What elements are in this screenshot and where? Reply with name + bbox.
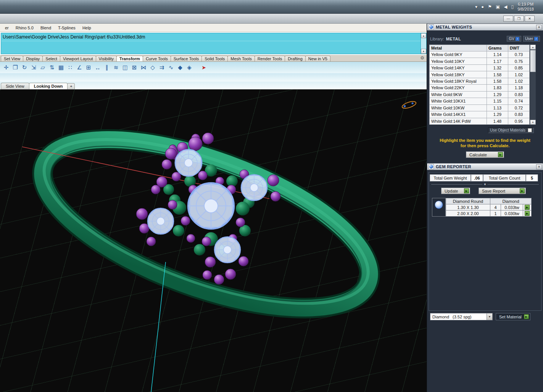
- metal-table-row[interactable]: Yellow Gold:18KY Royal 1.58 1.02: [430, 78, 530, 84]
- menu-item[interactable]: Blend: [37, 25, 55, 31]
- move-icon[interactable]: ✛: [2, 63, 11, 72]
- morph-icon[interactable]: ⋈: [139, 63, 148, 72]
- cage-edit-icon[interactable]: ◇: [148, 63, 157, 72]
- splitter-handle-icon[interactable]: ◆: [482, 183, 487, 186]
- metal-table-header: Metal Grams DWT: [430, 45, 530, 51]
- bend-icon[interactable]: ∿: [166, 63, 176, 72]
- rotate-icon[interactable]: ↻: [20, 63, 29, 72]
- grams-cell: 1.15: [487, 98, 508, 104]
- hidden-icons-icon[interactable]: ▾: [475, 4, 477, 10]
- metal-table-row[interactable]: White Gold:10KW 1.13 0.72: [430, 104, 530, 111]
- command-scrollbar[interactable]: ▲ ▼: [421, 33, 427, 54]
- toolbar-tab[interactable]: Surface Tools: [171, 56, 202, 61]
- gem-count-cell: 4: [490, 204, 501, 210]
- toolbar-tab-transform[interactable]: Transform: [116, 56, 143, 61]
- update-button[interactable]: Update ▶: [441, 188, 470, 194]
- gem-row-detail-button[interactable]: ▶: [525, 205, 530, 210]
- minimize-button[interactable]: —: [503, 16, 513, 22]
- gem-row-detail-button[interactable]: ▶: [525, 211, 530, 216]
- metal-table-row[interactable]: Yellow Gold:10KY 1.17 0.75: [430, 58, 530, 64]
- viewport-3d[interactable]: [0, 89, 427, 392]
- toolbar-tab[interactable]: Set View: [1, 56, 23, 61]
- material-dropdown[interactable]: Diamond (3.52 spg) ▼: [430, 313, 493, 320]
- network-icon[interactable]: ▣: [496, 4, 500, 10]
- gem-table-row[interactable]: 2.00 X 2.00 1 0.030tw ▶: [446, 210, 532, 217]
- instruction-line-1: Highlight the item you want to find the …: [427, 138, 543, 143]
- user-button-label: User: [525, 37, 533, 41]
- menu-item[interactable]: Rhino 5.0: [12, 25, 37, 31]
- scrollbar-thumb[interactable]: [530, 50, 536, 72]
- toolbar-tab[interactable]: Select: [42, 56, 60, 61]
- metal-table-row[interactable]: White Gold:14KX1 1.29 0.83: [430, 111, 530, 118]
- toolbar-tab[interactable]: Viewport Layout: [60, 56, 96, 61]
- metal-table-row[interactable]: White Gold:9KW 1.29 0.83: [430, 91, 530, 98]
- flow-icon[interactable]: ⇉: [157, 63, 166, 72]
- last-tool-icon[interactable]: ➤: [199, 63, 208, 72]
- gem-reporter-close-icon[interactable]: ✕: [536, 164, 542, 169]
- updates-icon[interactable]: ●: [481, 4, 484, 10]
- viewport-tab-looking-down[interactable]: Looking Down: [29, 83, 68, 89]
- metal-table-row[interactable]: White Gold:14K PdW 1.48 0.95: [430, 118, 530, 124]
- menu-item[interactable]: er: [2, 25, 12, 31]
- shear-icon[interactable]: ▱: [38, 63, 47, 72]
- gem-table-row[interactable]: 1.30 X 1.30 4 0.033tw ▶: [446, 204, 532, 210]
- use-object-materials-checkbox[interactable]: [528, 128, 532, 132]
- scale-icon[interactable]: ⇲: [29, 63, 38, 72]
- metal-table-row[interactable]: Yellow Gold:18KY 1.58 1.02: [430, 71, 530, 78]
- restore-button[interactable]: ❐: [514, 16, 524, 22]
- metal-table-row[interactable]: Yellow Gold:9KY 1.14 0.73: [430, 51, 530, 58]
- flip-icon[interactable]: ⇅: [47, 63, 56, 72]
- toolbar-tab[interactable]: Render Tools: [255, 56, 285, 61]
- flag-icon[interactable]: ⚑: [488, 4, 492, 10]
- metal-table-row[interactable]: Yellow Gold:14KY 1.32 0.85: [430, 64, 530, 71]
- toolbar-tab[interactable]: Display: [23, 56, 43, 61]
- toolbar-tab[interactable]: Curve Tools: [143, 56, 171, 61]
- viewport-tab-side-view[interactable]: Side View: [1, 83, 29, 89]
- calculate-button[interactable]: Calculate ▶: [466, 151, 504, 158]
- power-icon[interactable]: ▯: [511, 4, 514, 10]
- close-button[interactable]: ✕: [525, 16, 535, 22]
- mirror-icon[interactable]: ↔: [93, 63, 102, 72]
- gem-icon: [435, 201, 443, 209]
- add-viewport-tab-button[interactable]: +: [67, 83, 75, 89]
- twist-icon[interactable]: ◈: [185, 63, 194, 72]
- array-rect-icon[interactable]: ⊞: [84, 63, 93, 72]
- metal-table-scrollbar[interactable]: ▲ ▼: [530, 45, 536, 125]
- taskbar-clock[interactable]: 6:19 PM 9/8/2018: [517, 2, 534, 12]
- gv-button[interactable]: GV i: [507, 36, 521, 42]
- array-icon[interactable]: ▦: [56, 63, 66, 72]
- smooth-icon[interactable]: ≋: [111, 63, 121, 72]
- panel-splitter[interactable]: ◆: [431, 182, 539, 186]
- volume-icon[interactable]: ◀: [504, 4, 507, 10]
- scroll-down-icon[interactable]: ▼: [421, 49, 426, 54]
- metal-table-row[interactable]: Yellow Gold:22KY 1.83 1.18: [430, 85, 530, 91]
- orient-icon[interactable]: ◫: [121, 63, 130, 72]
- toolbar-tab[interactable]: New in V5: [305, 56, 330, 61]
- offset-icon[interactable]: ∥: [102, 63, 111, 72]
- menu-item[interactable]: Help: [79, 25, 95, 31]
- view-compass-icon: [401, 100, 417, 109]
- scroll-down-icon[interactable]: ▼: [530, 120, 536, 125]
- user-button[interactable]: User i: [523, 36, 540, 42]
- toolbar-tab[interactable]: Drafting: [285, 56, 306, 61]
- toolbar-tab[interactable]: Visibility: [96, 56, 117, 61]
- taper-icon[interactable]: ◆: [176, 63, 185, 72]
- save-report-button[interactable]: Save Report ▶: [479, 188, 526, 194]
- toolbar-tab[interactable]: Mesh Tools: [227, 56, 255, 61]
- scroll-up-icon[interactable]: ▲: [530, 45, 536, 50]
- col-grams: Grams: [487, 45, 508, 51]
- rotate-3d-icon[interactable]: ∠: [75, 63, 84, 72]
- scroll-up-icon[interactable]: ▲: [421, 33, 426, 38]
- gear-icon[interactable]: ⚙: [420, 55, 424, 61]
- metal-weights-close-icon[interactable]: ✕: [536, 25, 542, 30]
- command-history[interactable]: Users\Samee\Google Drive\Jess Denial Rin…: [1, 33, 421, 54]
- use-object-materials-toggle[interactable]: Use Object Materials: [488, 127, 534, 133]
- array-polar-icon[interactable]: ∷: [66, 63, 75, 72]
- menu-item[interactable]: T-Splines: [55, 25, 79, 31]
- chevron-down-icon[interactable]: ▼: [487, 313, 492, 320]
- project-icon[interactable]: ⊠: [130, 63, 139, 72]
- metal-table-row[interactable]: White Gold:10KX1 1.15 0.74: [430, 98, 530, 104]
- copy-icon[interactable]: ❐: [11, 63, 20, 72]
- toolbar-tab[interactable]: Solid Tools: [201, 56, 228, 61]
- set-material-button[interactable]: Set Material ▶: [496, 313, 530, 320]
